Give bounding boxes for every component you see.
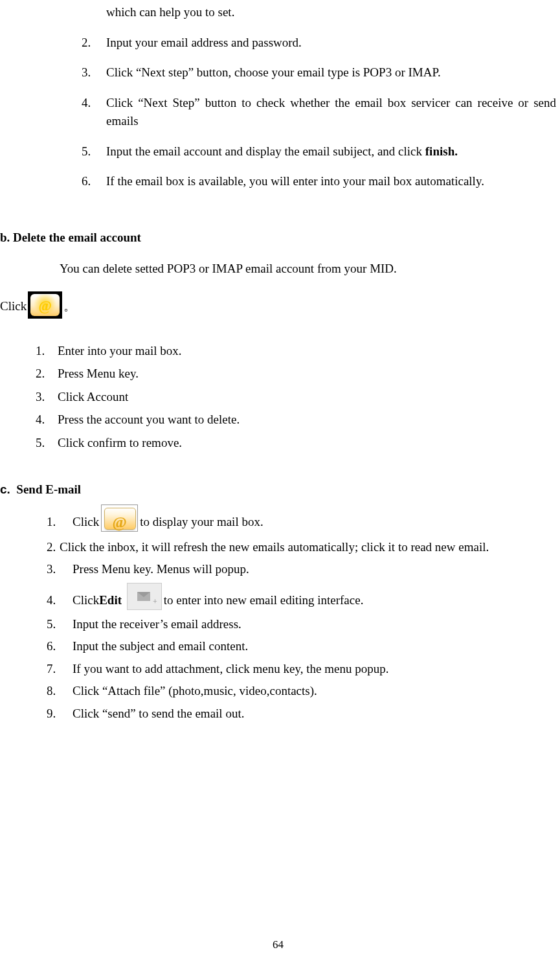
list-item: 5. Input the receiver’s email address. [47, 615, 556, 634]
click-suffix: 。 [63, 297, 76, 316]
text: If the email box is available, you will … [106, 172, 556, 191]
list-item: 5. Click confirm to remove. [36, 434, 556, 453]
section-c-prefix: c. [0, 482, 10, 496]
click-line: Click 。 [0, 291, 556, 316]
list-marker: 3. [47, 560, 73, 579]
list-marker: 3. [82, 63, 106, 82]
list-item: 3. Click Account [36, 388, 556, 407]
list-marker: 1. [36, 342, 58, 361]
text: Input the email account and display the … [106, 142, 556, 161]
text: which can help you to set. [106, 3, 556, 22]
list-item-continuation: which can help you to set. [82, 3, 556, 22]
list-item: 2. Input your email address and password… [82, 34, 556, 52]
text: Click the inbox, it will refresh the new… [60, 538, 556, 557]
list-marker: 8. [47, 682, 73, 701]
section-a-list: which can help you to set. 2. Input your… [82, 3, 556, 191]
list-item: 5. Input the email account and display t… [82, 142, 556, 161]
text: Click to display your mail box. [73, 504, 556, 532]
text: Click Account [58, 388, 556, 407]
page-number: 64 [0, 936, 556, 953]
list-item: 6. If the email box is available, you wi… [82, 172, 556, 191]
text: Click confirm to remove. [58, 434, 556, 453]
text: Click “Next Step” button to check whethe… [106, 94, 556, 131]
list-marker: 4. [47, 591, 73, 610]
list-item: 4. Press the account you want to delete. [36, 411, 556, 429]
list-marker: 5. [82, 142, 106, 161]
text: Click “Attach file” (photo,music, video,… [73, 682, 556, 701]
text: Click “Next step” button, choose your em… [106, 63, 556, 82]
section-c-heading-row: c. Send E-mail [0, 481, 556, 499]
list-item: 9. Click “send” to send the email out. [47, 705, 556, 723]
list-marker: 5. [47, 615, 73, 634]
list-item: 7. If you want to add attachment, click … [47, 660, 556, 679]
list-marker: 3. [36, 388, 58, 407]
list-marker: 9. [47, 705, 73, 723]
page-content: which can help you to set. 2. Input your… [0, 0, 560, 953]
text: Input your email address and password. [106, 34, 556, 52]
text: If you want to add attachment, click men… [73, 660, 556, 679]
mail-app-icon [101, 504, 138, 532]
text: Input the receiver’s email address. [73, 615, 556, 634]
list-marker: 2. [82, 34, 106, 52]
section-c-list: 1. Click to display your mail box. 2. Cl… [47, 504, 556, 723]
text: Click Edit + to enter into new email edi… [73, 583, 556, 610]
click-label: Click [0, 297, 27, 316]
text: Input the subject and email content. [73, 637, 556, 656]
list-marker: 5. [36, 434, 58, 453]
section-b-heading: b. Delete the email account [0, 229, 556, 247]
text: Click “send” to send the email out. [73, 705, 556, 723]
text: Enter into your mail box. [58, 342, 556, 361]
list-item: 2. Press Menu key. [36, 365, 556, 383]
list-marker: 4. [36, 411, 58, 429]
list-marker: 6. [82, 172, 106, 191]
compose-icon: + [127, 583, 162, 610]
section-b-list: 1. Enter into your mail box. 2. Press Me… [36, 342, 556, 453]
list-marker: 4. [82, 94, 106, 131]
list-marker: 1. [47, 513, 73, 532]
list-item: 4. Click “Next Step” button to check whe… [82, 94, 556, 131]
text: Press Menu key. Menus will popup. [73, 560, 556, 579]
list-marker: 2. [36, 365, 58, 383]
section-b-intro: You can delete setted POP3 or IMAP email… [60, 260, 556, 278]
text: Press the account you want to delete. [58, 411, 556, 429]
text: Press Menu key. [58, 365, 556, 383]
list-item: 8. Click “Attach file” (photo,music, vid… [47, 682, 556, 701]
list-marker: 6. [47, 637, 73, 656]
list-item: 3. Click “Next step” button, choose your… [82, 63, 556, 82]
list-item: 3. Press Menu key. Menus will popup. [47, 560, 556, 579]
list-item: 1. Click to display your mail box. [47, 504, 556, 532]
mail-app-icon [28, 291, 62, 319]
list-item: 6. Input the subject and email content. [47, 637, 556, 656]
list-item: 2. Click the inbox, it will refresh the … [47, 538, 556, 557]
list-item: 1. Enter into your mail box. [36, 342, 556, 361]
list-item: 4. Click Edit + to enter into new email … [47, 583, 556, 610]
section-c-heading: Send E-mail [16, 482, 81, 496]
list-marker: 7. [47, 660, 73, 679]
